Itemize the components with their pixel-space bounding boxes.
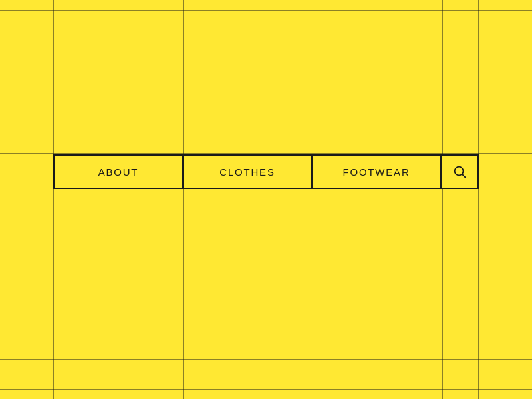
search-icon	[452, 164, 467, 179]
grid-hline-3	[0, 190, 532, 190]
grid-vline-2	[183, 0, 184, 399]
grid-vline-1	[53, 0, 54, 399]
grid-hline-5	[0, 389, 532, 390]
nav-label-footwear: FOOTWEAR	[342, 166, 410, 178]
nav-label-clothes: CLOTHES	[219, 166, 275, 178]
page-container: ABOUT CLOTHES FOOTWEAR	[0, 0, 532, 399]
nav-item-clothes[interactable]: CLOTHES	[184, 156, 313, 188]
grid-hline-2	[0, 153, 532, 154]
nav-item-footwear[interactable]: FOOTWEAR	[313, 156, 442, 188]
grid-vline-4	[442, 0, 443, 399]
nav-item-about[interactable]: ABOUT	[55, 156, 184, 188]
search-button[interactable]	[442, 156, 477, 188]
grid-hline-4	[0, 359, 532, 360]
svg-line-1	[462, 174, 466, 178]
nav-label-about: ABOUT	[98, 166, 139, 178]
navbar: ABOUT CLOTHES FOOTWEAR	[53, 154, 479, 189]
grid-hline-1	[0, 10, 532, 11]
grid-vline-3	[313, 0, 313, 399]
grid-vline-5	[478, 0, 479, 399]
grid-overlay	[0, 0, 532, 399]
